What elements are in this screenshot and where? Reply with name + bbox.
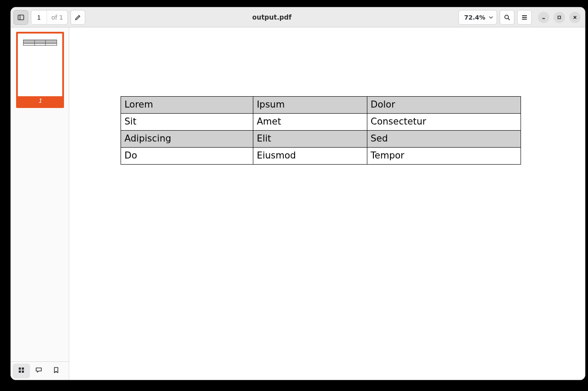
sidebar: 1 [11, 27, 69, 380]
search-button[interactable] [500, 10, 514, 25]
minimize-icon [541, 15, 546, 20]
minimize-button[interactable] [538, 12, 549, 23]
table-row: LoremIpsumDolor [121, 97, 521, 114]
zoom-label: 72.4% [464, 14, 485, 21]
document-viewer[interactable]: LoremIpsumDolorSitAmetConsecteturAdipisc… [69, 27, 585, 380]
bookmarks-tab[interactable] [47, 364, 65, 378]
app-window: of 1 output.pdf 72.4% [10, 7, 585, 380]
hamburger-icon [521, 14, 528, 21]
pencil-icon [74, 14, 81, 21]
table-cell: Eiusmod [253, 148, 367, 165]
svg-rect-13 [19, 371, 21, 373]
sidebar-bottom-toolbar [11, 361, 69, 380]
svg-rect-8 [558, 16, 561, 19]
pdf-page: LoremIpsumDolorSitAmetConsecteturAdipisc… [69, 96, 585, 380]
table-cell: Tempor [367, 148, 521, 165]
menu-button[interactable] [517, 10, 532, 25]
close-icon [572, 15, 578, 20]
page-number-box: of 1 [31, 10, 68, 25]
zoom-dropdown[interactable]: 72.4% [458, 10, 497, 25]
table-cell: Sit [121, 114, 253, 131]
svg-point-2 [505, 15, 508, 18]
page-thumbnail[interactable]: 1 [16, 32, 64, 108]
maximize-button[interactable] [554, 12, 565, 23]
headerbar: of 1 output.pdf 72.4% [11, 7, 585, 27]
thumbnail-pane[interactable]: 1 [11, 27, 69, 361]
page-number-input[interactable] [31, 10, 47, 24]
close-button[interactable] [569, 12, 581, 23]
table-cell: Ipsum [253, 97, 367, 114]
annotate-button[interactable] [71, 10, 85, 25]
thumbnails-tab[interactable] [13, 364, 30, 378]
table-cell: Lorem [121, 97, 253, 114]
window-title: output.pdf [88, 13, 456, 21]
table-cell: Sed [367, 131, 521, 148]
toggle-sidebar-button[interactable] [13, 10, 28, 25]
page-thumbnail-image [18, 34, 62, 96]
svg-rect-12 [22, 367, 24, 370]
headerbar-left: of 1 [13, 10, 85, 25]
search-icon [504, 14, 511, 21]
svg-line-3 [508, 18, 510, 20]
table-row: AdipiscingElitSed [121, 131, 521, 148]
table-cell: Amet [253, 114, 367, 131]
table-row: DoEiusmodTempor [121, 148, 521, 165]
page-count-label: of 1 [47, 14, 67, 21]
sidebar-icon [17, 14, 24, 21]
svg-rect-11 [19, 367, 21, 370]
page-thumbnail-label: 1 [18, 96, 62, 106]
bookmark-icon [53, 367, 60, 375]
window-controls [538, 12, 581, 23]
document-table: LoremIpsumDolorSitAmetConsecteturAdipisc… [121, 96, 521, 165]
table-cell: Adipiscing [121, 131, 253, 148]
annotation-icon [35, 367, 42, 375]
table-cell: Elit [253, 131, 367, 148]
chevron-down-icon [489, 14, 493, 21]
grid-icon [18, 367, 25, 375]
body: 1 LoremIpsumDolorSitAmetConsecteturAdipi… [11, 27, 585, 380]
table-cell: Do [121, 148, 253, 165]
maximize-icon [557, 15, 562, 20]
table-cell: Dolor [367, 97, 521, 114]
table-cell: Consectetur [367, 114, 521, 131]
headerbar-right: 72.4% [458, 10, 582, 25]
svg-rect-14 [22, 371, 24, 373]
table-row: SitAmetConsectetur [121, 114, 521, 131]
svg-rect-0 [18, 15, 24, 20]
annotations-tab[interactable] [30, 364, 47, 378]
